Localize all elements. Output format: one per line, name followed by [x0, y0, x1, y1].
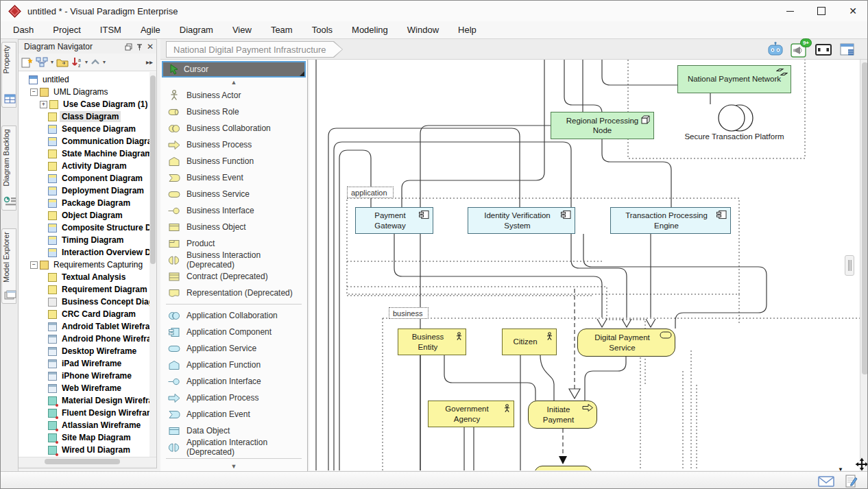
dock-tab-diagram-backlog[interactable]: Diagram Backlog	[1, 126, 16, 211]
tree-item-crc-card-diagram[interactable]: CRC Card Diagram	[19, 308, 149, 320]
toolbar-overflow-icon[interactable]: ▸▸	[146, 58, 155, 66]
open-project-icon[interactable]	[56, 56, 69, 69]
tree-item-textual-analysis[interactable]: Textual Analysis	[19, 271, 149, 283]
tree-item-android-phone-wireframe[interactable]: Android Phone Wireframe	[19, 333, 149, 345]
palette-item-application-interface[interactable]: Application Interface	[160, 373, 307, 390]
menu-diagram[interactable]: Diagram	[170, 21, 223, 39]
canvas-vertical-scrollbar[interactable]	[860, 60, 868, 470]
tree-item-uml-diagrams[interactable]: −UML Diagrams	[19, 86, 149, 98]
node-national-payment-network[interactable]: National Payment Network	[677, 65, 791, 93]
pan-mode-icon[interactable]	[855, 457, 868, 471]
menu-itsm[interactable]: ITSM	[91, 21, 131, 39]
close-button[interactable]: ✕	[837, 1, 868, 21]
palette-item-data-object[interactable]: Data Object	[160, 422, 307, 439]
collapse-icon[interactable]: −	[30, 88, 38, 96]
node-regional-processing-node[interactable]: Regional Processing Node	[551, 112, 654, 139]
palette-item-business-object[interactable]: Business Object	[160, 219, 307, 235]
tree-horizontal-scrollbar[interactable]	[19, 457, 156, 466]
announcement-icon[interactable]: 9+	[791, 41, 808, 58]
palette-item-application-function[interactable]: Application Function	[160, 357, 307, 373]
node-payment-gateway[interactable]: Payment Gateway	[355, 207, 433, 234]
window-layout-icon[interactable]	[839, 41, 856, 58]
palette-item-business-actor[interactable]: Business Actor	[160, 87, 307, 104]
tree-item-fluent-design-wireframe[interactable]: Fluent Design Wireframe	[19, 407, 149, 419]
menu-modeling[interactable]: Modeling	[342, 21, 398, 39]
screen-frame-icon[interactable]	[815, 41, 832, 58]
model-structure-icon[interactable]	[35, 56, 49, 69]
palette-item-business-role[interactable]: Business Role	[160, 104, 307, 120]
tree-item-atlassian-wireframe[interactable]: Atlassian Wireframe	[19, 419, 149, 431]
palette-item-product[interactable]: Product	[160, 235, 307, 252]
palette-item-business-process[interactable]: Business Process	[160, 136, 307, 153]
palette-item-business-service[interactable]: Business Service	[160, 186, 307, 202]
tree-item-android-tablet-wireframe[interactable]: Android Tablet Wireframe	[19, 320, 149, 333]
palette-item-business-function[interactable]: Business Function	[160, 153, 307, 169]
group-label-business[interactable]: business	[389, 307, 429, 319]
dropdown-caret-icon[interactable]: ▾	[103, 59, 106, 65]
new-diagram-icon[interactable]	[20, 56, 34, 69]
node-secure-transaction-platform-label[interactable]: Secure Transaction Platform	[683, 132, 786, 141]
tree-item-activity-diagram[interactable]: Activity Diagram	[19, 160, 149, 172]
tree-item-site-map-diagram[interactable]: Site Map Diagram	[19, 431, 149, 444]
palette-item-application-event[interactable]: Application Event	[160, 406, 307, 422]
node-initiate-payment[interactable]: Initiate Payment	[528, 401, 597, 429]
dock-tab-property[interactable]: Property	[1, 42, 16, 108]
palette-item-business-interface[interactable]: Business Interface	[160, 202, 307, 219]
tree-item-package-diagram[interactable]: Package Diagram	[19, 197, 149, 209]
tree-item-requirement-diagram[interactable]: Requirement Diagram	[19, 283, 149, 296]
tree-item-interaction-overview-diagram[interactable]: Interaction Overview Diagram	[19, 246, 149, 259]
dock-tab-model-explorer[interactable]: Model Explorer	[1, 228, 16, 304]
collapse-icon[interactable]	[90, 58, 101, 67]
menu-team[interactable]: Team	[261, 21, 302, 39]
tree-item-business-concept-diagram[interactable]: Business Concept Diagram	[19, 296, 149, 308]
palette-item-application-process[interactable]: Application Process	[160, 390, 307, 406]
menu-window[interactable]: Window	[398, 21, 448, 39]
menu-dash[interactable]: Dash	[3, 21, 43, 39]
panel-splitter-grip[interactable]	[845, 255, 854, 276]
assistant-robot-icon[interactable]	[767, 41, 784, 58]
float-panel-icon[interactable]	[125, 43, 132, 51]
node-identity-verification-system[interactable]: Identity Verification System	[468, 207, 575, 234]
mail-icon[interactable]	[818, 475, 834, 488]
diagram-canvas[interactable]: applicationbusinessNational Payment Netw…	[309, 60, 860, 470]
palette-item-business-event[interactable]: Business Event	[160, 169, 307, 186]
tree-item-use-case-diagram-1-[interactable]: +Use Case Diagram (1)	[19, 98, 149, 110]
pin-panel-icon[interactable]	[136, 43, 143, 51]
breadcrumb[interactable]: National Digital Payment Infrastructure	[166, 41, 343, 58]
tree-item-untitled[interactable]: untitled	[19, 73, 149, 86]
palette-item-application-interaction-deprecated-[interactable]: Application Interaction (Deprecated)	[160, 439, 307, 455]
tree-item-iphone-wireframe[interactable]: iPhone Wireframe	[19, 370, 149, 382]
palette-cursor-tool[interactable]: Cursor	[162, 61, 306, 77]
palette-item-contract-deprecated-[interactable]: Contract (Deprecated)	[160, 268, 307, 285]
palette-item-representation-deprecated-[interactable]: Representation (Deprecated)	[160, 285, 307, 301]
tree-item-ipad-wireframe[interactable]: iPad Wireframe	[19, 357, 149, 370]
tree-item-composite-structure-diagram[interactable]: Composite Structure Diagram	[19, 222, 149, 234]
tree-item-object-diagram[interactable]: Object Diagram	[19, 209, 149, 222]
tree-item-wired-ui-diagram[interactable]: Wired UI Diagram	[19, 444, 149, 456]
dropdown-caret-icon[interactable]: ▾	[51, 59, 53, 65]
scroll-caret-icon[interactable]: ▼	[838, 466, 843, 473]
tree-item-component-diagram[interactable]: Component Diagram	[19, 172, 149, 184]
sort-icon[interactable]: az	[71, 56, 83, 69]
node-citizen[interactable]: Citizen	[502, 329, 557, 355]
palette-scroll-up[interactable]: ▲	[160, 77, 307, 87]
expand-icon[interactable]: +	[40, 101, 47, 108]
tree-item-timing-diagram[interactable]: Timing Diagram	[19, 234, 149, 246]
tree-item-material-design-wireframe[interactable]: Material Design Wireframe	[19, 394, 149, 407]
tree-item-deployment-diagram[interactable]: Deployment Diagram	[19, 184, 149, 197]
tree-item-web-wireframe[interactable]: Web Wireframe	[19, 382, 149, 394]
group-label-application[interactable]: application	[347, 187, 394, 198]
node-business-entity[interactable]: Business Entity	[398, 329, 466, 355]
note-edit-icon[interactable]	[844, 474, 858, 489]
menu-agile[interactable]: Agile	[131, 21, 170, 39]
node-partial[interactable]	[534, 466, 592, 470]
tree-item-communication-diagram[interactable]: Communication Diagram	[19, 135, 149, 147]
dropdown-caret-icon[interactable]: ▾	[85, 59, 88, 65]
palette-scroll-down[interactable]: ▼	[160, 462, 307, 471]
node-digital-payment-service[interactable]: Digital Payment Service	[577, 329, 675, 357]
close-panel-icon[interactable]: ✕	[147, 42, 154, 51]
palette-item-business-interaction-deprecated-[interactable]: Business Interaction (Deprecated)	[160, 252, 307, 268]
tree-item-requirements-capturing[interactable]: −Requirements Capturing	[19, 259, 149, 271]
palette-item-business-collaboration[interactable]: Business Collaboration	[160, 120, 307, 136]
collapse-icon[interactable]: −	[30, 261, 38, 269]
